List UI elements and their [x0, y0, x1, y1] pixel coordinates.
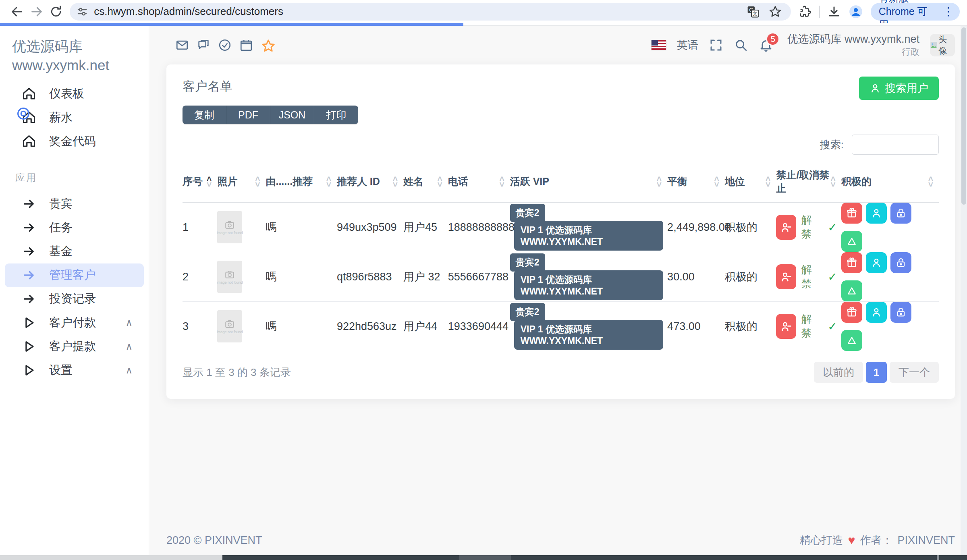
search-user-button[interactable]: 搜索用户: [859, 77, 939, 100]
page-scrollbar[interactable]: [961, 26, 967, 555]
prev-page-button[interactable]: 以前的: [814, 362, 863, 383]
col-header-active-vip[interactable]: 活跃 VIP ˄˅: [510, 161, 667, 202]
user-button[interactable]: [866, 203, 887, 224]
sidebar-item-customer-withdrawals[interactable]: 客户提款 ∧: [5, 335, 144, 359]
lock-button[interactable]: [890, 252, 911, 273]
favorite-star-icon[interactable]: [261, 38, 274, 52]
search-icon[interactable]: [734, 38, 748, 52]
sort-icons: ˄˅: [255, 176, 260, 187]
json-button[interactable]: JSON: [270, 106, 314, 124]
footer-brand[interactable]: PIXINVENT: [897, 534, 955, 547]
next-page-button[interactable]: 下一个: [890, 362, 939, 383]
calendar-icon[interactable]: [239, 38, 253, 52]
upgrade-button[interactable]: [841, 231, 862, 252]
translate-icon[interactable]: G文: [747, 5, 759, 18]
gift-button[interactable]: [841, 302, 862, 323]
upgrade-button[interactable]: [841, 280, 862, 301]
chevron-up-icon: ∧: [125, 341, 133, 352]
svg-text:文: 文: [753, 11, 757, 17]
photo-placeholder: image not found: [217, 310, 242, 342]
notifications-bell-icon[interactable]: 5: [759, 38, 773, 52]
col-header-referred-by[interactable]: 由......推荐 ˄˅: [266, 161, 336, 202]
disc-icon: [15, 106, 31, 122]
sidebar-item-customer-payments[interactable]: 客户付款 ∧: [5, 311, 144, 335]
sort-desc-icon: ˅: [438, 182, 442, 187]
print-button[interactable]: 打印: [314, 106, 358, 124]
sidebar-item-label: 设置: [49, 362, 125, 378]
url-text[interactable]: cs.hwym.shop/admin/secured/customers: [94, 5, 747, 18]
col-header-serial[interactable]: 序号 ˄˅: [183, 161, 217, 202]
user-menu[interactable]: 优选源码库 www.yxymk.net 行政: [787, 33, 919, 57]
page-1-button[interactable]: 1: [866, 362, 887, 383]
sidebar-item-manage-customers[interactable]: 管理客户: [5, 263, 144, 287]
unban-label[interactable]: 解禁: [801, 312, 820, 340]
sidebar: 优选源码库 www.yxymk.net 仪表板 薪水: [0, 26, 149, 555]
sidebar-item-label: 投资记录: [49, 291, 133, 307]
upgrade-button[interactable]: [841, 330, 862, 351]
export-button-group: 复制 PDF JSON 打印: [183, 106, 358, 124]
triangle-right-icon: [21, 315, 37, 331]
copy-button[interactable]: 复制: [183, 106, 226, 124]
sort-icons: ˄˅: [499, 176, 504, 187]
reload-icon[interactable]: [49, 3, 63, 21]
check-circle-icon[interactable]: [218, 38, 232, 52]
topbar: 英语 5 优选源码库 www.yxymk.net 行政: [166, 26, 955, 64]
col-header-balance[interactable]: 平衡 ˄˅: [667, 161, 725, 202]
avatar[interactable]: 头像: [930, 34, 955, 56]
fullscreen-icon[interactable]: [709, 38, 723, 52]
sidebar-item-salary[interactable]: 薪水: [5, 106, 144, 130]
table-search-input[interactable]: [852, 135, 939, 155]
col-header-ban-unban[interactable]: 禁止/取消禁止 ˄˅: [776, 161, 841, 202]
address-bar[interactable]: cs.hwym.shop/admin/secured/customers G文: [70, 3, 791, 21]
scrollbar-thumb[interactable]: [961, 27, 966, 205]
sidebar-item-label: 客户付款: [49, 315, 125, 331]
bookmark-star-icon[interactable]: [768, 5, 782, 19]
col-header-active[interactable]: 积极的 ˄˅: [841, 161, 939, 202]
col-header-phone[interactable]: 电话 ˄˅: [448, 161, 510, 202]
ban-user-button[interactable]: [776, 264, 796, 289]
arrow-right-icon: [21, 291, 37, 307]
sidebar-item-funds[interactable]: 基金: [5, 240, 144, 263]
sidebar-item-vip[interactable]: 贵宾: [5, 192, 144, 216]
language-selector[interactable]: 英语: [676, 38, 698, 52]
sidebar-item-bonus-code[interactable]: 奖金代码: [5, 130, 144, 153]
chevron-up-icon: ∧: [125, 365, 133, 376]
sidebar-item-tasks[interactable]: 任务: [5, 216, 144, 240]
pdf-button[interactable]: PDF: [226, 106, 270, 124]
mail-icon[interactable]: [175, 38, 189, 52]
back-icon[interactable]: [10, 3, 24, 21]
user-button[interactable]: [866, 302, 887, 323]
gift-button[interactable]: [841, 203, 862, 224]
download-icon[interactable]: [827, 5, 841, 19]
unban-label[interactable]: 解禁: [801, 213, 820, 241]
unban-label[interactable]: 解禁: [801, 263, 820, 291]
lock-button[interactable]: [890, 203, 911, 224]
extensions-icon[interactable]: [798, 5, 812, 19]
sidebar-item-investment-records[interactable]: 投资记录: [5, 287, 144, 311]
ban-user-button[interactable]: [776, 314, 796, 339]
site-info-icon[interactable]: [76, 6, 88, 18]
user-button[interactable]: [866, 252, 887, 273]
col-header-photo[interactable]: 照片 ˄˅: [217, 161, 266, 202]
col-header-status[interactable]: 地位 ˄˅: [725, 161, 776, 202]
vip-level-badge: 贵宾2: [510, 204, 545, 222]
records-info: 显示 1 至 3 的 3 条记录: [183, 365, 291, 380]
sort-icons: ˄˅: [831, 176, 836, 187]
cell-serial: 1: [183, 221, 217, 234]
lock-button[interactable]: [890, 302, 911, 323]
sidebar-item-settings[interactable]: 设置 ∧: [5, 359, 144, 382]
chat-icon[interactable]: [197, 38, 210, 52]
gift-button[interactable]: [841, 252, 862, 273]
sidebar-item-dashboard[interactable]: 仪表板: [5, 82, 144, 106]
chrome-update-button[interactable]: 有新版 Chrome 可用 ⋮: [871, 3, 960, 21]
brand-logo[interactable]: 优选源码库 www.yxymk.net: [0, 37, 149, 77]
ban-user-button[interactable]: [776, 215, 796, 240]
col-header-referrer-id[interactable]: 推荐人 ID ˄˅: [337, 161, 403, 202]
us-flag-icon[interactable]: [652, 40, 666, 50]
user-role: 行政: [787, 46, 919, 58]
table-row: 2 image not found 嗎 qt896r5883 用户 32 555…: [183, 252, 939, 302]
browser-menu-icon[interactable]: ⋮: [940, 5, 957, 18]
col-header-name[interactable]: 姓名 ˄˅: [403, 161, 448, 202]
profile-icon[interactable]: [848, 4, 863, 19]
forward-icon[interactable]: [29, 3, 44, 21]
